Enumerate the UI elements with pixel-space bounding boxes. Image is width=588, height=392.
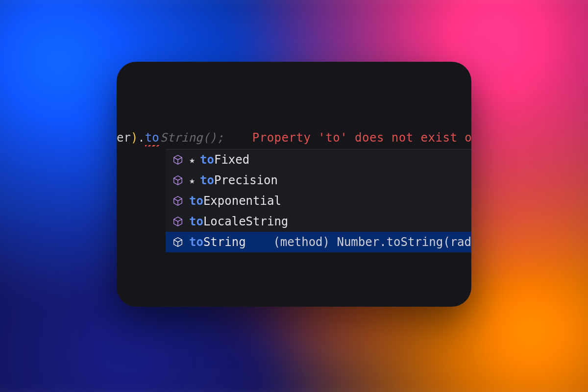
code-typed-prefix: to xyxy=(145,131,159,145)
method-cube-icon xyxy=(172,216,183,227)
method-cube-icon xyxy=(172,175,183,186)
code-fragment-identifier: er xyxy=(117,131,131,145)
suggestion-item-tolocalestring[interactable]: toLocaleString xyxy=(166,211,471,232)
suggestion-match: to xyxy=(200,153,214,167)
code-typed-text: to xyxy=(145,131,159,145)
code-line[interactable]: er ) . to String(); Property 'to' does n… xyxy=(117,128,471,147)
suggestion-rest: String xyxy=(203,235,246,249)
inline-error-message: Property 'to' does not exist o xyxy=(252,131,471,145)
editor-panel: er ) . to String(); Property 'to' does n… xyxy=(117,62,471,307)
inline-ghost-suggestion[interactable]: String(); xyxy=(160,131,224,145)
suggestion-rest: Exponential xyxy=(203,194,281,208)
suggestion-match: to xyxy=(189,235,203,249)
suggestion-item-toexponential[interactable]: toExponential xyxy=(166,191,471,211)
suggestion-detail: (method) Number.toString(rad xyxy=(253,235,471,249)
code-dot: . xyxy=(138,131,145,145)
star-icon: ★ xyxy=(189,174,195,186)
star-icon: ★ xyxy=(189,154,195,166)
suggestion-match: to xyxy=(189,194,203,208)
error-squiggle xyxy=(145,145,159,147)
suggestion-item-tofixed[interactable]: ★ toFixed xyxy=(166,149,471,170)
suggestion-match: to xyxy=(189,215,203,228)
suggestion-item-toprecision[interactable]: ★ toPrecision xyxy=(166,170,471,191)
suggestion-rest: LocaleString xyxy=(203,215,288,228)
suggestion-item-tostring[interactable]: toString (method) Number.toString(rad xyxy=(166,232,471,252)
suggestion-rest: Precision xyxy=(214,173,278,187)
intellisense-suggest-widget[interactable]: ★ toFixed ★ toPrecision toExponential to… xyxy=(166,149,471,252)
method-cube-icon xyxy=(172,237,183,247)
method-cube-icon xyxy=(172,196,183,206)
code-close-paren: ) xyxy=(131,131,138,145)
method-cube-icon xyxy=(172,154,183,165)
suggestion-rest: Fixed xyxy=(214,153,249,167)
suggestion-match: to xyxy=(200,173,214,187)
